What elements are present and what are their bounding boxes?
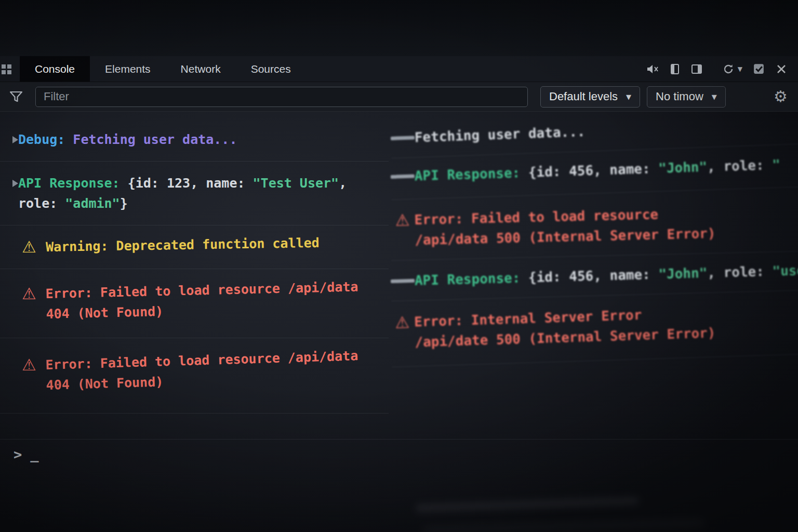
filter-input[interactable] <box>35 87 528 107</box>
log-text: Error: Internal Server Error/api/date 50… <box>414 302 716 352</box>
console-left-column: Debug: Fetching user data...API Response… <box>0 112 389 414</box>
log-segment: API Response: <box>18 176 128 191</box>
log-segment: "John" <box>658 265 708 282</box>
log-text: Error: Failed to load resource /api/data… <box>45 345 359 395</box>
log-segment: " <box>772 156 781 172</box>
log-segment: Warning: <box>46 238 116 255</box>
tab-network[interactable]: Network <box>166 56 236 82</box>
expand-arrow-icon[interactable] <box>12 180 18 187</box>
log-segment: Fetching user data... <box>414 124 586 145</box>
chevron-down-icon: ▼ <box>712 93 717 101</box>
console-message: ⚠Warning: Deprecated function called <box>0 225 389 269</box>
tabbar-actions: ▼ <box>646 56 798 82</box>
warning-icon: ⚠ <box>12 237 46 257</box>
throttling-dropdown[interactable]: No timow ▼ <box>647 86 726 108</box>
log-segment: "John" <box>658 159 708 176</box>
log-segment: 404 (Not Found) <box>46 304 163 322</box>
page-background <box>0 0 798 56</box>
prompt-chevron-icon: > <box>14 446 22 463</box>
log-text: Error: Failed to load resource/api/data … <box>414 203 716 250</box>
log-levels-label: Default levels <box>549 90 618 103</box>
blurred-log-smudge <box>423 520 704 532</box>
log-segment: , <box>339 176 347 191</box>
log-segment: "Test User" <box>253 176 339 191</box>
devtools-tab-bar: ConsoleElementsNetworkSources <box>0 56 798 82</box>
expand-arrow-icon[interactable] <box>12 136 18 143</box>
log-text: Warning: Deprecated function called <box>46 233 320 257</box>
console-log-area: Debug: Fetching user data...API Response… <box>0 112 798 532</box>
log-segment: Deprecated function called <box>116 235 320 254</box>
chevron-down-icon: ▼ <box>626 93 631 101</box>
log-segment: role: <box>18 196 65 211</box>
console-right-column: Fetching user data...API Response: {id: … <box>391 112 798 367</box>
log-segment: "admin" <box>65 196 119 211</box>
refresh-button[interactable]: ▼ <box>722 63 742 75</box>
dock-grid-icon[interactable] <box>0 56 20 82</box>
console-message: ⚠Error: Failed to load resource/api/data… <box>390 191 798 261</box>
console-toolbar: Default levels ▼ No timow ▼ ⚙ <box>0 82 798 112</box>
error-icon: ⚠ <box>390 312 415 333</box>
log-segment: Error: Failed to load resource <box>414 206 658 228</box>
console-message: API Response: {id: 123, name: "Test User… <box>0 162 389 225</box>
log-text: API Response: {id: 456, name: "John", ro… <box>414 154 780 186</box>
dock-side-icon[interactable] <box>690 63 703 75</box>
error-icon: ⚠ <box>390 210 415 231</box>
console-message: ⚠Error: Failed to load resource /api/dat… <box>0 338 389 414</box>
log-segment: Fetching user data... <box>73 132 237 147</box>
console-input[interactable]: > _ <box>0 439 798 463</box>
speaker-icon[interactable] <box>646 63 659 75</box>
console-message: ⚠Error: Internal Server Error/api/date 5… <box>390 288 798 367</box>
log-segment: } <box>120 196 128 211</box>
log-bullet-icon <box>391 136 415 140</box>
log-bullet-icon <box>391 175 415 179</box>
log-segment: {id: 456, name: <box>528 161 658 180</box>
log-segment: Debug: <box>18 132 73 147</box>
blurred-log-smudge <box>416 497 639 513</box>
error-icon: ⚠ <box>12 284 46 304</box>
log-text: API Response: {id: 456, name: "John", ro… <box>414 260 798 291</box>
tab-elements[interactable]: Elements <box>90 56 166 82</box>
log-segment: , role: <box>707 157 773 175</box>
filter-funnel-icon[interactable] <box>0 90 32 103</box>
throttling-label: No timow <box>656 90 703 103</box>
gear-icon[interactable]: ⚙ <box>774 89 788 104</box>
log-segment: /api/data 500 (Internal Server Error) <box>415 225 716 248</box>
chevron-down-icon[interactable]: ▼ <box>738 65 742 73</box>
console-message: Debug: Fetching user data... <box>0 118 389 162</box>
checkbox-checked-icon[interactable] <box>752 62 765 75</box>
log-segment: , role: <box>707 263 773 281</box>
log-segment: API Response: <box>415 270 529 288</box>
device-icon[interactable] <box>669 63 681 75</box>
log-text: API Response: {id: 123, name: "Test User… <box>18 173 347 214</box>
log-text: Fetching user data... <box>414 122 586 148</box>
log-segment: 404 (Not Found) <box>46 374 164 393</box>
tab-console[interactable]: Console <box>20 56 90 82</box>
console-message: ⚠Error: Failed to load resource /api/dat… <box>0 269 389 338</box>
log-levels-dropdown[interactable]: Default levels ▼ <box>540 86 640 108</box>
close-icon[interactable] <box>775 63 788 75</box>
log-segment: API Response: <box>414 165 528 184</box>
caret-cursor: _ <box>30 446 38 463</box>
log-segment: {id: 456, name: <box>528 267 659 286</box>
tab-sources[interactable]: Sources <box>236 56 306 82</box>
log-bullet-icon <box>391 279 415 283</box>
error-icon: ⚠ <box>12 355 46 375</box>
log-segment: "user <box>772 262 798 279</box>
log-segment: {id: 123, name: <box>128 176 253 191</box>
log-text: Error: Failed to load resource /api/data… <box>45 276 359 324</box>
log-text: Debug: Fetching user data... <box>18 129 237 150</box>
devtools-window: ConsoleElementsNetworkSources <box>0 0 798 532</box>
tab-list: ConsoleElementsNetworkSources <box>20 56 306 82</box>
